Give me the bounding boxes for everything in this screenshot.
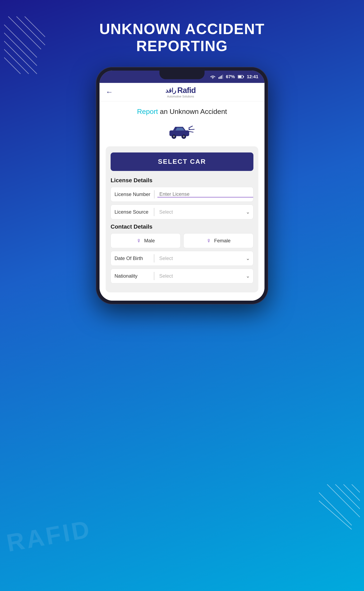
chevron-down-icon: ⌄ (246, 209, 253, 215)
contact-section-title: Contact Details (110, 223, 254, 230)
divider (154, 254, 154, 262)
contact-section: Contact Details ♀ Male ♀ Female (110, 223, 254, 283)
svg-point-26 (183, 136, 185, 137)
chevron-down-icon: ⌄ (246, 273, 253, 279)
time-display: 12:41 (247, 74, 258, 79)
svg-rect-15 (219, 77, 219, 79)
svg-rect-18 (222, 75, 223, 79)
male-icon: ♀ (136, 237, 141, 244)
app-header: ← رافد Rafid Automotive Solutions (99, 83, 265, 101)
logo-rafid: Rafid (177, 86, 196, 95)
gender-row: ♀ Male ♀ Female (110, 233, 254, 248)
svg-line-1 (4, 33, 37, 66)
dob-select[interactable]: Select (157, 255, 246, 261)
svg-point-14 (212, 78, 213, 79)
nationality-row: Nationality Select ⌄ (110, 269, 254, 283)
car-icon-area (106, 122, 258, 140)
phone-mockup: 67% 12:41 ← رافد Rafid (96, 67, 268, 304)
svg-line-7 (25, 16, 45, 37)
svg-line-5 (8, 16, 41, 49)
gray-section: SELECT CAR License Details License Numbe… (106, 146, 258, 292)
battery-percentage: 67% (226, 74, 235, 79)
svg-line-12 (344, 484, 360, 501)
svg-line-29 (189, 131, 193, 132)
divider (154, 208, 154, 216)
license-source-label: License Source (111, 209, 154, 215)
dob-row: Date Of Birth Select ⌄ (110, 251, 254, 266)
svg-line-0 (4, 25, 37, 58)
male-button[interactable]: ♀ Male (110, 233, 181, 248)
app-body: Report an Unknown Accident (99, 101, 265, 301)
report-rest: an Unknown Accident (158, 108, 227, 115)
svg-line-28 (190, 129, 194, 130)
battery-icon (238, 75, 244, 78)
svg-rect-21 (238, 76, 241, 78)
divider (154, 272, 154, 280)
phone-notch (159, 71, 205, 79)
license-number-label: License Number (111, 191, 154, 197)
svg-line-27 (189, 126, 192, 128)
svg-line-13 (352, 484, 360, 493)
svg-rect-17 (221, 76, 222, 79)
license-source-select[interactable]: Select (157, 209, 246, 215)
deco-watermark: RAFID (4, 514, 93, 557)
svg-line-4 (4, 58, 20, 74)
license-number-input[interactable] (157, 191, 253, 197)
svg-line-9 (319, 501, 352, 529)
page-title: UNKNOWN ACCIDENT REPORTING (99, 20, 265, 55)
car-accident-icon (168, 122, 196, 140)
female-icon: ♀ (206, 237, 211, 244)
svg-point-24 (173, 136, 175, 137)
nationality-select[interactable]: Select (157, 273, 246, 279)
wifi-icon (210, 75, 216, 79)
license-section-title: License Details (110, 177, 254, 184)
deco-lines-topleft (4, 16, 45, 82)
svg-line-8 (319, 493, 352, 525)
svg-rect-20 (243, 76, 244, 77)
license-source-row: License Source Select ⌄ (110, 205, 254, 219)
male-label: Male (144, 238, 155, 244)
female-label: Female (214, 238, 230, 244)
svg-line-2 (4, 41, 37, 74)
signal-icon (219, 75, 223, 79)
deco-lines-bottomright (319, 484, 360, 529)
logo-arabic: رافد (165, 87, 176, 94)
dob-label: Date Of Birth (111, 255, 154, 261)
license-number-row: License Number (110, 187, 254, 202)
select-car-button[interactable]: SELECT CAR (110, 152, 254, 171)
chevron-down-icon: ⌄ (246, 255, 253, 261)
back-button[interactable]: ← (106, 88, 113, 96)
divider (154, 190, 155, 198)
report-highlight: Report (137, 108, 158, 115)
report-heading: Report an Unknown Accident (106, 108, 258, 116)
logo-subtitle: Automotive Solutions (165, 95, 196, 98)
logo: رافد Rafid Automotive Solutions (165, 86, 196, 98)
nationality-label: Nationality (111, 273, 154, 279)
female-button[interactable]: ♀ Female (183, 233, 254, 248)
svg-rect-16 (220, 76, 221, 79)
